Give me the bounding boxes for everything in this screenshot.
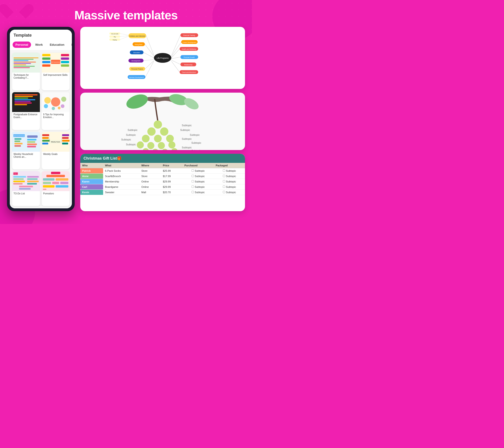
svg-rect-73 <box>56 178 69 180</box>
svg-rect-65 <box>19 188 31 190</box>
svg-rect-4 <box>42 61 50 63</box>
svg-point-134 <box>147 142 154 149</box>
purchased-karen: Subtopic <box>182 179 214 184</box>
where-carl: Online <box>140 184 161 190</box>
svg-text:Subtopic: Subtopic <box>182 137 192 140</box>
tab-work[interactable]: Work <box>33 41 46 48</box>
col-what: What <box>103 163 140 168</box>
thumb-techniques <box>12 53 40 72</box>
tab-personal[interactable]: Personal <box>13 41 31 48</box>
svg-rect-63 <box>27 183 37 185</box>
svg-point-129 <box>160 127 168 136</box>
where-karen: Online <box>140 179 161 184</box>
svg-line-16 <box>60 62 61 62</box>
svg-line-122 <box>120 36 128 39</box>
svg-rect-28 <box>15 141 20 142</box>
thumb-household: Weekly Household Chores <box>12 132 40 152</box>
right-panels: Life Programs Hobbies and Interests Goin… <box>80 27 245 211</box>
svg-rect-44 <box>62 140 70 142</box>
svg-rect-7 <box>61 57 69 60</box>
svg-rect-2 <box>42 54 50 56</box>
template-label-7: TO-Do List <box>12 191 40 196</box>
svg-point-139 <box>162 149 168 150</box>
svg-rect-62 <box>27 180 39 182</box>
svg-text:Weekly Goals: Weekly Goals <box>51 141 60 142</box>
template-card-1[interactable]: Techniques for Combating F... <box>12 53 40 90</box>
svg-point-138 <box>152 149 159 150</box>
what-kevin: Sweater <box>103 190 140 195</box>
svg-text:Subtopic: Subtopic <box>126 143 136 146</box>
packaged-anne: Subtopic <box>214 174 245 179</box>
svg-rect-5 <box>42 64 50 67</box>
svg-line-95 <box>145 61 154 77</box>
svg-rect-58 <box>13 180 25 182</box>
svg-text:Career Development: Career Development <box>182 41 197 43</box>
svg-line-119 <box>120 36 128 37</box>
svg-text:Subtopic: Subtopic <box>128 128 138 131</box>
gift-row-4: Carl Boardgame Online $29.99 Subtopic Su… <box>80 184 245 190</box>
svg-line-17 <box>60 62 61 66</box>
template-label-4: 9 Tips for Improving Emotion... <box>42 112 70 120</box>
svg-text:Reading: Reading <box>113 39 117 41</box>
svg-point-19 <box>44 97 51 104</box>
tab-education[interactable]: Education <box>47 41 67 48</box>
svg-text:Relationship: Relationship <box>184 64 193 66</box>
tab-bar: Personal Work Education Life Style <box>10 40 72 50</box>
svg-rect-72 <box>43 178 54 180</box>
svg-point-136 <box>168 141 176 148</box>
svg-text:Subtopic: Subtopic <box>121 138 131 141</box>
svg-text:Education: Education <box>133 52 140 54</box>
purchased-anne: Subtopic <box>182 174 214 179</box>
thumb-todolist: TO-Do List <box>12 171 40 191</box>
svg-text:Going Back: Going Back <box>135 44 143 46</box>
where-kevin: Mall <box>140 190 161 195</box>
tab-life[interactable]: Life <box>69 41 72 48</box>
svg-point-22 <box>61 104 64 108</box>
svg-rect-43 <box>62 137 69 139</box>
svg-point-135 <box>158 142 165 149</box>
svg-text:Life Programs: Life Programs <box>157 57 169 59</box>
template-card-2[interactable]: Self Improvement <box>42 53 70 90</box>
svg-text:Health and Wellbeing: Health and Wellbeing <box>182 48 196 50</box>
template-card-7[interactable]: TO-Do List TO-Do <box>12 171 40 206</box>
price-patrick: $25.99 <box>161 168 182 174</box>
svg-rect-31 <box>27 135 37 138</box>
svg-line-14 <box>60 55 61 62</box>
svg-rect-38 <box>42 134 49 136</box>
svg-rect-9 <box>61 64 69 67</box>
where-anne: Store <box>140 174 161 179</box>
gift-table: Who What Where Price Purchased Packaged … <box>80 163 245 195</box>
panel-grape: Subtopic Subtopic Subtopic Subtopic Subt… <box>80 93 245 150</box>
svg-rect-61 <box>27 178 37 180</box>
svg-rect-67 <box>43 185 54 188</box>
template-label-1: Techniques for Combating F... <box>12 72 40 80</box>
svg-point-20 <box>61 97 66 102</box>
svg-line-110 <box>171 60 180 64</box>
purchased-patrick: Subtopic <box>182 168 214 174</box>
svg-text:Subtopic: Subtopic <box>180 128 190 131</box>
template-card-8[interactable]: Pomodoro <box>42 171 70 206</box>
who-anne: Anne <box>80 174 103 179</box>
svg-point-131 <box>154 135 162 142</box>
template-card-4[interactable]: 9 Tips for Improving Emotion... <box>42 92 70 130</box>
template-label-6: Weekly Goals <box>42 152 70 157</box>
svg-point-123 <box>124 93 150 111</box>
packaged-karen: Subtopic <box>214 179 245 184</box>
svg-rect-8 <box>61 61 69 63</box>
svg-rect-41 <box>42 142 48 144</box>
svg-rect-29 <box>15 143 23 144</box>
template-card-3[interactable]: Postgraduate Entrance Exami... <box>12 92 40 130</box>
svg-rect-39 <box>42 137 49 139</box>
svg-rect-70 <box>52 182 59 184</box>
svg-rect-32 <box>27 139 36 141</box>
packaged-carl: Subtopic <box>214 184 245 190</box>
svg-rect-30 <box>15 145 21 146</box>
gift-table-container: Christmas Gift List🎁 Who What Where Pric… <box>80 154 245 211</box>
template-card-6[interactable]: Weekly Goals <box>42 132 70 169</box>
svg-rect-27 <box>15 138 21 140</box>
thumb-weeklygoals: Weekly Goals <box>42 132 70 152</box>
what-carl: Boardgame <box>103 184 140 190</box>
template-card-5[interactable]: Weekly Household Chores Weekly <box>12 132 40 169</box>
svg-text:Personal Finance: Personal Finance <box>131 68 143 70</box>
col-price: Price <box>161 163 182 168</box>
